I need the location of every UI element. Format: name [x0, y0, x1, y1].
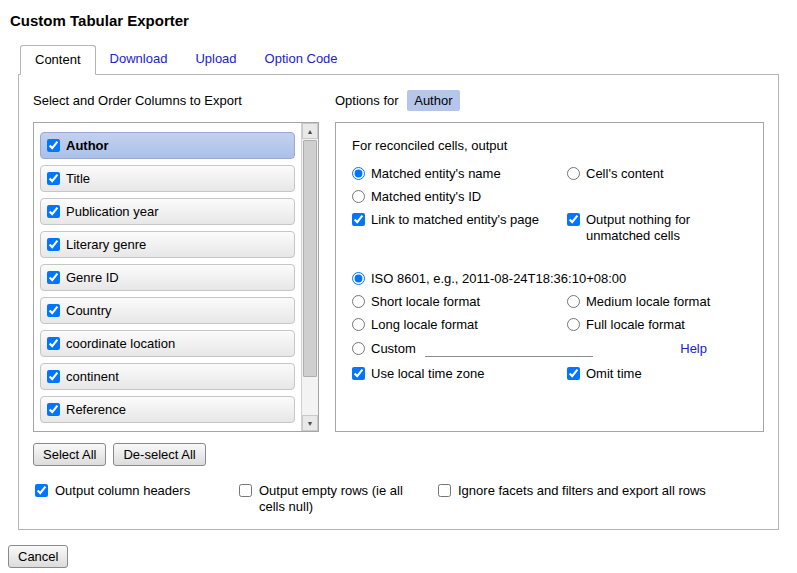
column-item-label: Reference: [66, 402, 126, 417]
medium-locale-radio[interactable]: [567, 295, 580, 308]
column-item-label: coordinate location: [66, 336, 175, 351]
radio-label: ISO 8601, e.g., 2011-08-24T18:36:10+08:0…: [371, 271, 626, 287]
row-export-options: Output column headers Output empty rows …: [33, 483, 764, 515]
scrollbar-thumb[interactable]: [303, 140, 317, 377]
cell-content-option[interactable]: Cell's content: [567, 166, 747, 182]
cancel-button[interactable]: Cancel: [8, 545, 68, 568]
cell-content-radio[interactable]: [567, 167, 580, 180]
column-item-genre-id[interactable]: Genre ID: [40, 264, 295, 291]
matched-entity-name-radio[interactable]: [352, 167, 365, 180]
column-item-literary-genre[interactable]: Literary genre: [40, 231, 295, 258]
column-item-author[interactable]: Author: [40, 132, 295, 159]
radio-label: Long locale format: [371, 317, 478, 333]
matched-entity-id-option[interactable]: Matched entity's ID: [352, 189, 567, 205]
help-link[interactable]: Help: [680, 341, 707, 356]
tab-bar: Content Download Upload Option Code: [18, 45, 779, 75]
ignore-facets-option[interactable]: Ignore facets and filters and export all…: [438, 483, 706, 515]
output-column-headers-option[interactable]: Output column headers: [35, 483, 239, 515]
long-locale-radio[interactable]: [352, 318, 365, 331]
link-to-matched-entity-option[interactable]: Link to matched entity's page: [352, 212, 567, 228]
custom-format-input[interactable]: [425, 340, 593, 357]
list-buttons: Select All De-select All: [33, 443, 319, 466]
scroll-up-icon[interactable]: ▲: [302, 123, 318, 139]
radio-label: Cell's content: [586, 166, 664, 182]
tab-option-code[interactable]: Option Code: [251, 45, 352, 75]
output-empty-rows-option[interactable]: Output empty rows (ie all cells null): [239, 483, 438, 515]
column-item-label: continent: [66, 369, 119, 384]
column-checkbox-literary-genre[interactable]: [47, 238, 60, 251]
column-item-label: Country: [66, 303, 112, 318]
column-list: Author Title Publication year: [33, 122, 319, 432]
deselect-all-button[interactable]: De-select All: [113, 443, 205, 466]
column-list-items: Author Title Publication year: [34, 123, 301, 431]
column-item-reference[interactable]: Reference: [40, 396, 295, 423]
long-locale-option[interactable]: Long locale format: [352, 317, 567, 333]
matched-entity-name-option[interactable]: Matched entity's name: [352, 166, 567, 182]
short-locale-radio[interactable]: [352, 295, 365, 308]
content-tab-panel: Select and Order Columns to Export Autho…: [18, 74, 779, 530]
use-local-time-zone-checkbox[interactable]: [352, 367, 365, 380]
select-all-button[interactable]: Select All: [33, 443, 106, 466]
dialog-footer: Cancel: [0, 545, 797, 568]
checkbox-label: Omit time: [586, 366, 642, 382]
radio-label: Short locale format: [371, 294, 480, 310]
output-empty-rows-checkbox[interactable]: [239, 484, 252, 497]
column-checkbox-country[interactable]: [47, 304, 60, 317]
tab-content[interactable]: Content: [20, 45, 96, 75]
tab-upload[interactable]: Upload: [181, 45, 250, 75]
output-nothing-unmatched-option[interactable]: Output nothing for unmatched cells: [567, 212, 747, 244]
ignore-facets-checkbox[interactable]: [438, 484, 451, 497]
column-checkbox-coordinate-location[interactable]: [47, 337, 60, 350]
column-item-continent[interactable]: continent: [40, 363, 295, 390]
column-list-scrollbar[interactable]: ▲ ▼: [301, 123, 318, 431]
tab-download[interactable]: Download: [96, 45, 182, 75]
options-section: Options for Author For reconciled cells,…: [335, 89, 764, 466]
dialog-body: Content Download Upload Option Code Sele…: [0, 45, 797, 530]
checkbox-label: Link to matched entity's page: [371, 212, 539, 228]
column-item-title[interactable]: Title: [40, 165, 295, 192]
output-nothing-unmatched-checkbox[interactable]: [567, 213, 580, 226]
column-item-label: Title: [66, 171, 90, 186]
use-local-time-zone-option[interactable]: Use local time zone: [352, 366, 567, 382]
column-checkbox-reference[interactable]: [47, 403, 60, 416]
radio-label: Full locale format: [586, 317, 685, 333]
radio-label: Custom: [371, 341, 416, 357]
columns-section: Select and Order Columns to Export Autho…: [33, 89, 319, 466]
checkbox-label: Output empty rows (ie all cells null): [259, 483, 417, 515]
full-locale-option[interactable]: Full locale format: [567, 317, 747, 333]
full-locale-radio[interactable]: [567, 318, 580, 331]
medium-locale-option[interactable]: Medium locale format: [567, 294, 747, 310]
short-locale-option[interactable]: Short locale format: [352, 294, 567, 310]
checkbox-label: Use local time zone: [371, 366, 484, 382]
column-item-coordinate-location[interactable]: coordinate location: [40, 330, 295, 357]
omit-time-checkbox[interactable]: [567, 367, 580, 380]
radio-label: Matched entity's ID: [371, 189, 481, 205]
radio-label: Medium locale format: [586, 294, 710, 310]
column-item-country[interactable]: Country: [40, 297, 295, 324]
omit-time-option[interactable]: Omit time: [567, 366, 747, 382]
output-column-headers-checkbox[interactable]: [35, 484, 48, 497]
column-checkbox-continent[interactable]: [47, 370, 60, 383]
checkbox-label: Output nothing for unmatched cells: [586, 212, 747, 244]
column-checkbox-publication-year[interactable]: [47, 205, 60, 218]
checkbox-label: Ignore facets and filters and export all…: [458, 483, 706, 499]
column-item-publication-year[interactable]: Publication year: [40, 198, 295, 225]
custom-tabular-exporter-dialog: Custom Tabular Exporter Content Download…: [0, 0, 797, 568]
reconciled-cells-heading: For reconciled cells, output: [352, 138, 747, 153]
link-to-matched-entity-checkbox[interactable]: [352, 213, 365, 226]
custom-format-radio[interactable]: [352, 342, 365, 355]
column-item-label: Literary genre: [66, 237, 146, 252]
matched-entity-id-radio[interactable]: [352, 190, 365, 203]
iso-8601-radio[interactable]: [352, 272, 365, 285]
column-checkbox-author[interactable]: [47, 139, 60, 152]
scrollbar-track[interactable]: [302, 139, 318, 415]
scroll-down-icon[interactable]: ▼: [302, 415, 318, 431]
column-checkbox-title[interactable]: [47, 172, 60, 185]
radio-label: Matched entity's name: [371, 166, 501, 182]
column-checkbox-genre-id[interactable]: [47, 271, 60, 284]
custom-format-option[interactable]: Custom: [352, 341, 416, 357]
dialog-title: Custom Tabular Exporter: [0, 0, 797, 45]
column-item-label: Publication year: [66, 204, 159, 219]
column-item-label: Author: [66, 138, 109, 153]
iso-8601-option[interactable]: ISO 8601, e.g., 2011-08-24T18:36:10+08:0…: [352, 271, 747, 287]
